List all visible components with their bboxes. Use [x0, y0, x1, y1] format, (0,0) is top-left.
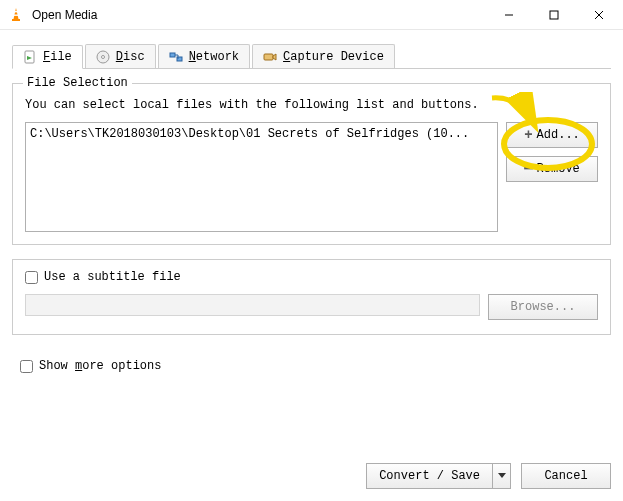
- remove-button[interactable]: ━ Remove: [506, 156, 598, 182]
- file-list[interactable]: C:\Users\TK2018030103\Desktop\01 Secrets…: [25, 122, 498, 232]
- file-icon: [23, 50, 37, 64]
- capture-icon: [263, 50, 277, 64]
- svg-rect-0: [12, 19, 20, 21]
- window-title: Open Media: [32, 8, 486, 22]
- tab-bar: File Disc Network Capture Device: [12, 44, 611, 69]
- svg-rect-13: [264, 54, 273, 60]
- show-more-options-label: Show more options: [39, 359, 161, 373]
- subtitle-group: Use a subtitle file Browse...: [12, 259, 611, 335]
- minimize-button[interactable]: [486, 1, 531, 29]
- tab-file[interactable]: File: [12, 45, 83, 69]
- tab-capture[interactable]: Capture Device: [252, 44, 395, 68]
- maximize-button[interactable]: [531, 1, 576, 29]
- close-button[interactable]: [576, 1, 621, 29]
- add-button[interactable]: + Add...: [506, 122, 598, 148]
- use-subtitle-checkbox-input[interactable]: [25, 271, 38, 284]
- cancel-button-label: Cancel: [544, 469, 587, 483]
- convert-save-label: Convert / Save: [366, 463, 493, 489]
- browse-button: Browse...: [488, 294, 598, 320]
- use-subtitle-checkbox[interactable]: Use a subtitle file: [25, 270, 598, 284]
- minus-icon: ━: [524, 162, 532, 176]
- titlebar: Open Media: [0, 0, 623, 30]
- tab-label: Disc: [116, 50, 145, 64]
- svg-marker-15: [498, 473, 506, 478]
- use-subtitle-label: Use a subtitle file: [44, 270, 181, 284]
- remove-button-label: Remove: [537, 162, 580, 176]
- svg-rect-4: [550, 11, 558, 19]
- show-more-options-input[interactable]: [20, 360, 33, 373]
- svg-point-10: [101, 55, 104, 58]
- svg-rect-11: [170, 53, 175, 57]
- file-list-item[interactable]: C:\Users\TK2018030103\Desktop\01 Secrets…: [30, 125, 493, 143]
- tab-label: Network: [189, 50, 239, 64]
- tab-network[interactable]: Network: [158, 44, 250, 68]
- file-selection-group: File Selection You can select local file…: [12, 83, 611, 245]
- file-selection-legend: File Selection: [23, 76, 132, 90]
- tab-label: File: [43, 50, 72, 64]
- dropdown-arrow-icon[interactable]: [493, 463, 511, 489]
- dialog-button-bar: Convert / Save Cancel: [366, 463, 611, 489]
- file-selection-hint: You can select local files with the foll…: [25, 98, 598, 112]
- plus-icon: +: [524, 128, 532, 142]
- svg-rect-1: [14, 11, 18, 12]
- svg-rect-2: [14, 14, 19, 15]
- tab-disc[interactable]: Disc: [85, 44, 156, 68]
- network-icon: [169, 50, 183, 64]
- convert-save-button[interactable]: Convert / Save: [366, 463, 511, 489]
- add-button-label: Add...: [537, 128, 580, 142]
- cancel-button[interactable]: Cancel: [521, 463, 611, 489]
- tab-label: Capture Device: [283, 50, 384, 64]
- vlc-cone-icon: [8, 7, 24, 23]
- disc-icon: [96, 50, 110, 64]
- subtitle-path-field: [25, 294, 480, 316]
- browse-button-label: Browse...: [511, 300, 576, 314]
- show-more-options-checkbox[interactable]: Show more options: [20, 359, 611, 373]
